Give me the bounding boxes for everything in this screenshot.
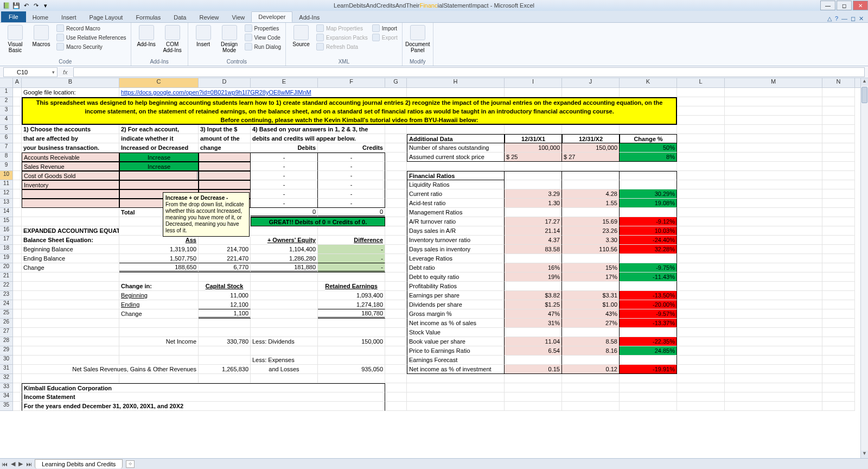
cell[interactable] [725, 328, 822, 337]
cell[interactable] [385, 171, 407, 180]
cell[interactable] [13, 217, 22, 226]
cell[interactable]: - [318, 180, 385, 189]
doc-restore-icon[interactable]: ◻ [851, 15, 856, 22]
cell[interactable]: Acid-test ratio [407, 199, 505, 208]
cell[interactable]: + Owners' Equity [251, 236, 318, 245]
cell[interactable] [13, 189, 22, 199]
cell[interactable] [13, 346, 22, 356]
cell[interactable] [199, 180, 251, 189]
cell[interactable] [13, 125, 22, 134]
tab-review[interactable]: Review [193, 12, 225, 22]
record-macro-button[interactable]: Record Macro [55, 24, 127, 33]
cell[interactable]: 3.30 [562, 236, 620, 245]
cell[interactable]: 1) Choose the accounts [22, 125, 119, 134]
cell[interactable]: 6.54 [505, 346, 562, 356]
cell[interactable]: -20.00% [620, 300, 677, 309]
cell[interactable]: - [318, 254, 385, 263]
cell[interactable]: Ending Balance [22, 254, 119, 263]
cell[interactable] [677, 171, 725, 180]
row-14[interactable]: 14 [0, 208, 13, 217]
cell[interactable]: 4.37 [505, 236, 562, 245]
cell[interactable] [13, 171, 22, 180]
cell[interactable]: 17% [562, 272, 620, 282]
cell[interactable] [822, 189, 855, 199]
redo-icon[interactable]: ↷ [31, 1, 40, 10]
col-M[interactable]: M [725, 78, 822, 87]
cell[interactable]: that are affected by [22, 134, 119, 143]
cell[interactable]: Kimball Education Corporation [22, 383, 385, 392]
cell[interactable] [822, 162, 855, 171]
cell[interactable] [251, 226, 318, 236]
cell[interactable] [725, 199, 822, 208]
cell[interactable]: 12,100 [199, 300, 251, 309]
cell[interactable] [822, 199, 855, 208]
cell[interactable]: 1.30 [505, 199, 562, 208]
cell[interactable] [13, 291, 22, 300]
cell[interactable] [677, 328, 725, 337]
cell[interactable]: 11.04 [505, 337, 562, 346]
cell[interactable]: 8.16 [562, 346, 620, 356]
cell[interactable] [725, 134, 822, 143]
cell[interactable] [22, 356, 119, 365]
cell[interactable] [385, 337, 407, 346]
cell[interactable]: Net income as % of investment [407, 365, 505, 374]
maximize-button[interactable]: ◻ [837, 1, 852, 10]
cell[interactable] [822, 180, 855, 189]
cell[interactable] [822, 337, 855, 346]
cell[interactable] [385, 374, 407, 383]
cell[interactable]: 8% [620, 153, 677, 162]
cell[interactable] [725, 263, 822, 272]
cell[interactable] [385, 180, 407, 189]
cell[interactable]: Profitability Ratios [407, 282, 505, 291]
cell[interactable] [725, 217, 822, 226]
document-panel-button[interactable]: Document Panel [406, 24, 430, 53]
cell[interactable] [677, 245, 725, 254]
cell[interactable] [22, 319, 119, 328]
formula-input[interactable] [73, 67, 865, 77]
cell[interactable] [725, 365, 822, 374]
cell[interactable] [725, 319, 822, 328]
import-button[interactable]: Import [371, 24, 399, 33]
cell[interactable] [251, 309, 318, 319]
cell[interactable] [505, 162, 562, 171]
sheet-nav-last[interactable]: ⏭ [24, 461, 34, 467]
cell[interactable] [677, 180, 725, 189]
cell[interactable]: 3) Input the $ [199, 125, 251, 134]
cell[interactable] [620, 282, 677, 291]
cell[interactable]: Change [119, 309, 199, 319]
fx-icon[interactable]: fx [63, 69, 68, 75]
cell[interactable] [725, 226, 822, 236]
cell[interactable]: Retained Earnings [318, 282, 385, 291]
cell[interactable]: 15.69 [562, 217, 620, 226]
cell[interactable] [725, 392, 822, 402]
cell[interactable]: 12/31/X1 [505, 134, 562, 143]
cell[interactable]: Beginning Balance [22, 245, 119, 254]
row-26[interactable]: 26 [0, 319, 13, 328]
cell[interactable]: Debits [251, 143, 318, 153]
cell[interactable]: 23.26 [562, 226, 620, 236]
insert-sheet-button[interactable]: ✧ [126, 460, 135, 468]
row-4[interactable]: 4 [0, 116, 13, 125]
cell[interactable] [725, 208, 822, 217]
doc-close-icon[interactable]: ✕ [859, 15, 864, 22]
col-D[interactable]: D [199, 78, 251, 87]
cell[interactable] [505, 254, 562, 263]
cell[interactable] [13, 153, 22, 162]
cell[interactable] [677, 143, 725, 153]
cell[interactable] [22, 282, 119, 291]
cell[interactable]: -9.75% [620, 263, 677, 272]
cell[interactable] [822, 236, 855, 245]
cell[interactable]: Leverage Ratios [407, 254, 505, 263]
insert-control-button[interactable]: Insert [192, 24, 215, 47]
cell[interactable]: Financial Ratios [407, 171, 505, 180]
cell[interactable]: 4) Based on your answers in 1, 2 & 3, th… [251, 125, 385, 134]
cell[interactable] [13, 254, 22, 263]
properties-button[interactable]: Properties [244, 24, 282, 33]
cell[interactable] [725, 180, 822, 189]
cell[interactable] [385, 143, 407, 153]
cell[interactable]: Price to Earnings Ratio [407, 346, 505, 356]
cell[interactable]: 21.14 [505, 226, 562, 236]
cell[interactable] [385, 134, 407, 143]
col-L[interactable]: L [677, 78, 725, 87]
cell[interactable]: - [251, 162, 318, 171]
